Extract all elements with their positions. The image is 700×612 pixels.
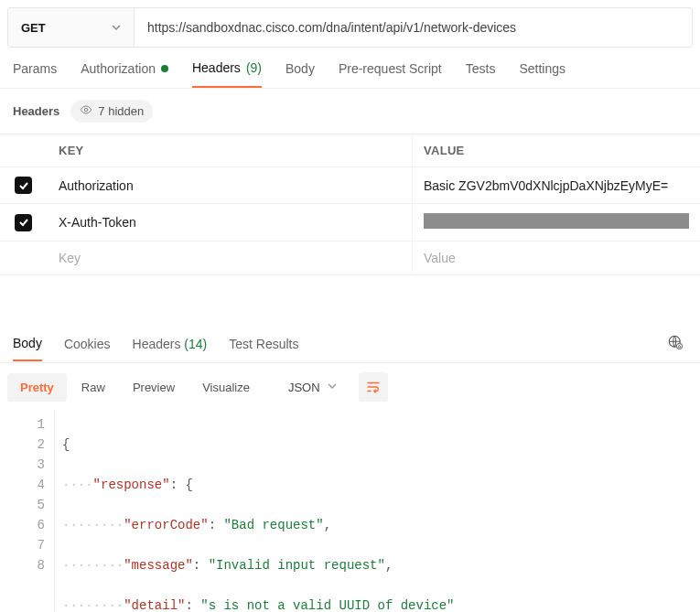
- headers-title: Headers: [13, 104, 59, 118]
- tab-settings[interactable]: Settings: [519, 61, 565, 87]
- tab-authorization[interactable]: Authorization: [81, 61, 168, 87]
- header-value-input[interactable]: [413, 204, 701, 242]
- tab-headers-label: Headers: [192, 60, 241, 75]
- line-gutter: 12345678: [0, 411, 55, 612]
- headers-table: KEY VALUE Authorization Basic ZGV2bmV0dX…: [0, 134, 700, 275]
- header-key-input[interactable]: X-Auth-Token: [48, 204, 413, 242]
- resp-tab-headers[interactable]: Headers (14): [133, 337, 208, 360]
- hidden-headers-toggle[interactable]: 7 hidden: [70, 100, 153, 123]
- row-checkbox[interactable]: [15, 214, 32, 231]
- table-row-empty: Key Value: [0, 242, 700, 275]
- chevron-down-icon: [112, 21, 121, 35]
- chevron-down-icon: [328, 381, 337, 392]
- status-dot-icon: [161, 65, 168, 72]
- request-url-input[interactable]: https://sandboxdnac.cisco.com/dna/intent…: [135, 8, 692, 47]
- response-view-row: Pretty Raw Preview Visualize JSON: [0, 363, 700, 411]
- tab-tests[interactable]: Tests: [466, 61, 496, 87]
- wrap-lines-button[interactable]: [359, 372, 388, 402]
- view-preview-button[interactable]: Preview: [120, 373, 188, 402]
- response-code-pane: 12345678 { ····"response": { ········"er…: [0, 411, 700, 612]
- tab-headers[interactable]: Headers (9): [192, 60, 262, 88]
- globe-icon[interactable]: [667, 334, 687, 362]
- table-row: Authorization Basic ZGV2bmV0dXNlcjpDaXNj…: [0, 167, 700, 204]
- table-row: X-Auth-Token: [0, 204, 700, 242]
- resp-tab-cookies[interactable]: Cookies: [64, 337, 111, 360]
- header-value-placeholder[interactable]: Value: [413, 242, 701, 275]
- response-format-select[interactable]: JSON: [281, 375, 344, 400]
- request-tabs: Params Authorization Headers (9) Body Pr…: [0, 48, 700, 89]
- header-key-input[interactable]: Authorization: [48, 167, 413, 204]
- request-bar: GET https://sandboxdnac.cisco.com/dna/in…: [7, 7, 693, 48]
- tab-body[interactable]: Body: [285, 61, 315, 87]
- column-key: KEY: [48, 134, 413, 167]
- resp-tab-test-results[interactable]: Test Results: [229, 337, 298, 360]
- view-mode-group: Pretty Raw Preview Visualize: [7, 373, 263, 402]
- header-value-input[interactable]: Basic ZGV2bmV0dXNlcjpDaXNjbzEyMyE=: [413, 167, 701, 204]
- masked-token-value: [424, 213, 689, 229]
- resp-tab-headers-label: Headers: [133, 337, 181, 351]
- response-tabs: Body Cookies Headers (14) Test Results: [0, 321, 700, 363]
- response-code[interactable]: { ····"response": { ········"errorCode":…: [55, 411, 462, 612]
- header-key-placeholder[interactable]: Key: [48, 242, 413, 275]
- http-method-select[interactable]: GET: [8, 8, 135, 47]
- resp-tab-headers-count: (14): [184, 337, 207, 351]
- svg-point-2: [676, 343, 682, 349]
- resp-tab-body[interactable]: Body: [13, 336, 42, 361]
- hidden-count-label: 7 hidden: [98, 104, 144, 118]
- column-value: VALUE: [413, 134, 701, 167]
- view-raw-button[interactable]: Raw: [69, 373, 118, 402]
- response-format-label: JSON: [288, 381, 320, 394]
- tab-headers-count: (9): [246, 60, 262, 75]
- eye-icon: [80, 103, 92, 119]
- view-visualize-button[interactable]: Visualize: [189, 373, 263, 402]
- tab-params[interactable]: Params: [13, 61, 57, 87]
- svg-point-0: [85, 108, 89, 112]
- tab-authorization-label: Authorization: [81, 61, 156, 76]
- view-pretty-button[interactable]: Pretty: [7, 373, 67, 402]
- headers-subheader: Headers 7 hidden: [0, 89, 700, 134]
- row-checkbox[interactable]: [15, 177, 32, 194]
- http-method-label: GET: [21, 21, 46, 35]
- tab-prerequest[interactable]: Pre-request Script: [339, 61, 442, 87]
